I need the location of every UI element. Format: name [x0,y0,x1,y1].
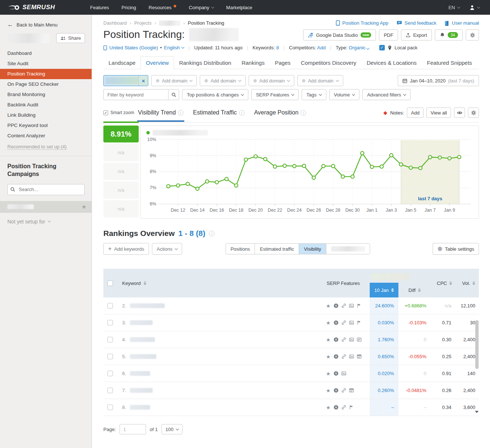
serp-image-icon[interactable] [349,320,354,325]
add-domain-button-3[interactable]: Add domain [249,75,294,86]
sort-vol[interactable] [472,281,475,285]
serp-star-icon[interactable]: ★ [326,371,331,376]
serp-amp-icon[interactable] [334,303,338,308]
serp-amp-icon[interactable] [334,320,338,325]
row-checkbox[interactable] [107,388,113,393]
serp-image-icon[interactable] [349,337,354,342]
pdf-button[interactable]: PDF [379,29,398,40]
scrollbar-thumb[interactable] [475,320,479,369]
recommended-link[interactable]: Recommended to set up (4) [7,144,67,150]
serp-ad-icon[interactable] [357,337,362,342]
serp-link-icon[interactable] [341,303,346,308]
google-data-studio-button[interactable]: Google Data Studio new [303,29,376,40]
keyword-redacted[interactable] [130,303,165,308]
add-domain-button-2[interactable]: Add domain [200,75,245,86]
serp-star-icon[interactable]: ★ [326,303,331,308]
segment-redacted[interactable] [326,244,370,254]
serp-amp-icon[interactable] [334,337,338,342]
serp-link-icon[interactable] [341,354,346,359]
sidebar-item-brand-monitoring[interactable]: Brand Monitoring [0,89,92,100]
scrollbar-down-arrow[interactable] [475,411,479,413]
nav-item-marketplace[interactable]: Marketplace [226,5,252,10]
filter-volume[interactable]: Volume [329,89,359,100]
row-checkbox[interactable] [107,405,113,410]
sidebar-item-backlink-audit[interactable]: Backlink Audit [0,100,92,110]
info-icon[interactable]: i [209,231,214,236]
campaign-item-selected[interactable]: ★ [0,201,92,213]
info-icon[interactable]: i [301,110,306,116]
serp-flag-icon[interactable] [357,320,362,325]
keyword-redacted[interactable] [130,320,153,325]
nav-item-resources[interactable]: Resources [149,5,176,10]
keywords-count-link[interactable]: 8 [276,45,279,50]
info-icon[interactable]: i [239,110,245,116]
smart-zoom-checkbox[interactable]: ✓ [103,110,108,115]
serp-star-icon[interactable]: ★ [326,388,331,393]
serp-ad-top-icon[interactable] [349,388,354,393]
type-selector[interactable]: Organic [349,45,366,50]
row-checkbox[interactable] [107,320,113,325]
filter-tags[interactable]: Tags [302,89,326,100]
not-yet-setup-toggle[interactable]: Not yet setup for [0,213,92,225]
nav-item-company[interactable]: Company [189,5,214,10]
keyword-filter-search-button[interactable] [168,89,179,100]
user-account-menu[interactable] [469,5,480,10]
add-domain-button-4[interactable]: Add domain [297,75,343,86]
tab-rankings[interactable]: Rankings [237,56,270,69]
serp-star-icon[interactable]: ★ [326,405,331,410]
serp-amp-icon[interactable] [334,371,338,376]
serp-amp-icon[interactable] [334,405,338,410]
tab-rankings-distribution[interactable]: Rankings Distribution [174,56,237,69]
nav-item-features[interactable]: Features [90,5,109,10]
sidebar-item-on-page-seo-checker[interactable]: On Page SEO Checker [0,79,92,89]
per-page-select[interactable]: 100 [161,424,183,434]
serp-image-icon[interactable] [341,371,346,376]
visibility-value[interactable]: 0.030% [370,314,398,331]
sidebar-item-position-tracking[interactable]: Position Tracking [0,69,92,79]
star-icon[interactable]: ★ [82,204,86,210]
visibility-value[interactable]: 1.760% [370,331,398,348]
language-selector[interactable]: EN [448,5,460,10]
serp-star-icon[interactable]: ★ [326,354,331,359]
chart-plot-area[interactable]: 10%9%8%7%6%Dec 12Dec 14Dec 16Dec 18Dec 2… [141,126,479,218]
keyword-redacted[interactable] [130,371,150,376]
send-feedback-link[interactable]: Send feedback [397,20,437,26]
segment-visibility[interactable]: Visibility [299,244,326,254]
notes-view-all-button[interactable]: View all [426,107,451,118]
keyword-redacted[interactable] [130,337,155,342]
search-input[interactable] [7,184,85,195]
row-checkbox[interactable] [107,303,113,308]
table-settings-button[interactable]: Table settings [433,243,479,255]
sort-cpc[interactable] [449,281,452,285]
keyword-redacted[interactable] [130,405,150,410]
row-checkbox[interactable] [107,337,113,342]
date-range-button[interactable]: Jan 04–10, 2020 (last 7 days) [398,75,479,86]
sort-date[interactable] [391,288,394,292]
chart-tab-estimated-traffic[interactable]: Estimated Traffici [193,109,245,116]
tab-competitors-discovery[interactable]: Competitors Discovery [296,56,362,69]
serp-link-icon[interactable] [341,320,346,325]
tab-featured-snippets[interactable]: Featured Snippets [422,56,477,69]
toggle-visibility-button[interactable] [454,107,465,118]
serp-ad-top-icon[interactable] [357,354,362,359]
select-all-checkbox[interactable] [107,281,113,286]
position-tracking-app-link[interactable]: Position Tracking App [336,20,388,26]
visibility-value[interactable]: – [370,399,398,416]
serp-amp-icon[interactable] [334,388,338,393]
nav-item-pricing[interactable]: Pricing [121,5,136,10]
keyword-redacted[interactable] [130,354,156,359]
notes-add-button[interactable]: Add [407,107,423,118]
segment-estimated-traffic[interactable]: Estimated traffic [255,244,299,254]
info-icon[interactable]: i [178,110,184,116]
serp-star-icon[interactable]: ★ [326,320,331,325]
sidebar-item-site-audit[interactable]: Site Audit [0,59,92,69]
chart-tab-visibility-trend[interactable]: Visibility Trendi [138,109,184,116]
chart-settings-button[interactable] [468,107,479,118]
filter-advanced-filters[interactable]: Advanced filters [362,89,411,100]
actions-button[interactable]: Actions [152,243,182,255]
location-language-selector[interactable]: United States (Google) • English [103,45,184,50]
breadcrumb-project-redacted[interactable] [159,21,180,26]
row-checkbox[interactable] [107,354,113,359]
share-button[interactable]: Share [56,33,85,43]
tab-pages[interactable]: Pages [270,56,296,69]
